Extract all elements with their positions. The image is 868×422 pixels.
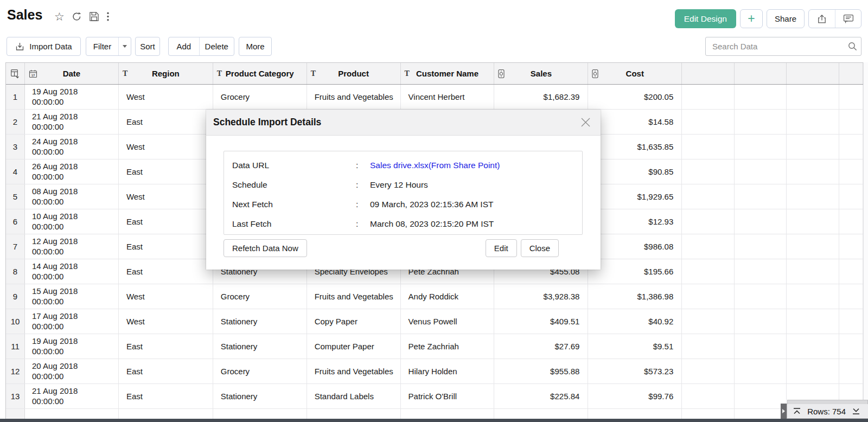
empty-cell[interactable]: [735, 110, 787, 134]
cell-region[interactable]: West: [119, 309, 213, 334]
empty-cell[interactable]: [682, 135, 735, 159]
cell-cost[interactable]: $40.92: [588, 309, 682, 334]
cell-region[interactable]: West: [119, 284, 213, 309]
cell-product[interactable]: Fruits and Vegetables: [307, 284, 401, 309]
empty-cell[interactable]: [839, 259, 863, 284]
cell-category[interactable]: Stationery: [213, 384, 307, 408]
empty-cell[interactable]: [682, 159, 735, 184]
row-number[interactable]: 2: [6, 110, 25, 134]
cell-cost[interactable]: [588, 409, 682, 419]
empty-cell[interactable]: [787, 234, 839, 259]
comment-icon[interactable]: [835, 10, 861, 28]
empty-cell[interactable]: [839, 284, 863, 309]
column-header-product[interactable]: TProduct: [307, 63, 401, 84]
cell-region[interactable]: East: [119, 359, 213, 383]
empty-cell[interactable]: [682, 85, 735, 109]
field-value-link[interactable]: Sales drive.xlsx(From Share Point): [370, 161, 500, 170]
empty-cell[interactable]: [839, 85, 863, 109]
cell-date[interactable]: 12 Aug 2018 00:00:00: [25, 234, 119, 259]
filter-button[interactable]: Filter: [86, 42, 118, 51]
scroll-to-bottom-icon[interactable]: [852, 407, 860, 415]
empty-cell[interactable]: [735, 184, 787, 209]
empty-cell[interactable]: [735, 85, 787, 109]
cell-region[interactable]: [119, 409, 213, 419]
import-data-button[interactable]: Import Data: [7, 37, 81, 56]
cell-cost[interactable]: $12.93: [588, 209, 682, 234]
row-number[interactable]: 4: [6, 159, 25, 184]
empty-cell[interactable]: [735, 234, 787, 259]
empty-cell[interactable]: [682, 184, 735, 209]
cell-region[interactable]: East: [119, 334, 213, 359]
empty-cell[interactable]: [735, 334, 787, 359]
cell-cost[interactable]: $200.05: [588, 85, 682, 109]
empty-cell[interactable]: [839, 110, 863, 134]
delete-button[interactable]: Delete: [199, 37, 234, 55]
cell-product[interactable]: [307, 409, 401, 419]
cell-cost[interactable]: $14.58: [588, 110, 682, 134]
empty-cell[interactable]: [735, 209, 787, 234]
select-all-cell[interactable]: [6, 63, 25, 84]
cell-customer[interactable]: Venus Powell: [401, 309, 495, 334]
empty-cell[interactable]: [682, 284, 735, 309]
column-header-product-category[interactable]: TProduct Category: [213, 63, 307, 84]
cell-date[interactable]: 10 Aug 2018 00:00:00: [25, 209, 119, 234]
cell-region[interactable]: East: [119, 259, 213, 284]
cell-date[interactable]: [25, 409, 119, 419]
cell-sales[interactable]: $409.51: [494, 309, 588, 334]
cell-product[interactable]: Standard Labels: [307, 384, 401, 408]
column-header-cost[interactable]: Cost: [588, 63, 682, 84]
empty-cell[interactable]: [682, 384, 735, 408]
empty-cell[interactable]: [682, 309, 735, 334]
refresh-icon[interactable]: [72, 11, 82, 22]
cell-product[interactable]: Copy Paper: [307, 309, 401, 334]
share-button[interactable]: Share: [767, 9, 805, 28]
empty-cell[interactable]: [735, 384, 787, 408]
empty-cell[interactable]: [787, 85, 839, 109]
cell-category[interactable]: Stationery: [213, 334, 307, 359]
empty-cell[interactable]: [735, 135, 787, 159]
empty-cell[interactable]: [682, 209, 735, 234]
cell-sales[interactable]: $225.84: [494, 384, 588, 408]
row-number[interactable]: [6, 409, 25, 419]
empty-cell[interactable]: [735, 259, 787, 284]
empty-cell[interactable]: [839, 334, 863, 359]
column-header-sales[interactable]: Sales: [494, 63, 588, 84]
cell-cost[interactable]: $1,386.98: [588, 284, 682, 309]
empty-cell[interactable]: [787, 284, 839, 309]
empty-cell[interactable]: [839, 309, 863, 334]
column-header-date[interactable]: 17Date: [25, 63, 119, 84]
row-number[interactable]: 1: [6, 85, 25, 109]
cell-customer[interactable]: [401, 409, 495, 419]
cell-sales[interactable]: $1,682.39: [494, 85, 588, 109]
row-number[interactable]: 13: [6, 384, 25, 408]
cell-cost[interactable]: $195.66: [588, 259, 682, 284]
cell-region[interactable]: West: [119, 184, 213, 209]
empty-cell[interactable]: [839, 184, 863, 209]
empty-cell[interactable]: [839, 209, 863, 234]
empty-cell[interactable]: [735, 359, 787, 383]
empty-cell[interactable]: [839, 159, 863, 184]
empty-cell[interactable]: [787, 209, 839, 234]
cell-region[interactable]: West: [119, 85, 213, 109]
empty-cell[interactable]: [787, 259, 839, 284]
favorite-star-icon[interactable]: ☆: [54, 11, 65, 22]
cell-region[interactable]: West: [119, 135, 213, 159]
cell-cost[interactable]: $99.76: [588, 384, 682, 408]
row-number[interactable]: 5: [6, 184, 25, 209]
cell-cost[interactable]: $9.51: [588, 334, 682, 359]
cell-date[interactable]: 20 Aug 2018 00:00:00: [25, 359, 119, 383]
add-new-button[interactable]: +: [740, 9, 763, 28]
cell-customer[interactable]: Patrick O'Brill: [401, 384, 495, 408]
cell-product[interactable]: Fruits and Vegetables: [307, 85, 401, 109]
cell-product[interactable]: Fruits and Vegetables: [307, 359, 401, 383]
panel-collapse-handle[interactable]: [781, 404, 787, 419]
empty-cell[interactable]: [735, 309, 787, 334]
cell-date[interactable]: 19 Aug 2018 00:00:00: [25, 334, 119, 359]
scroll-to-top-icon[interactable]: [793, 407, 801, 415]
row-number[interactable]: 3: [6, 135, 25, 159]
cell-region[interactable]: East: [119, 234, 213, 259]
empty-cell[interactable]: [787, 159, 839, 184]
cell-cost[interactable]: $986.08: [588, 234, 682, 259]
edit-button[interactable]: Edit: [486, 239, 517, 257]
cell-category[interactable]: Stationery: [213, 309, 307, 334]
